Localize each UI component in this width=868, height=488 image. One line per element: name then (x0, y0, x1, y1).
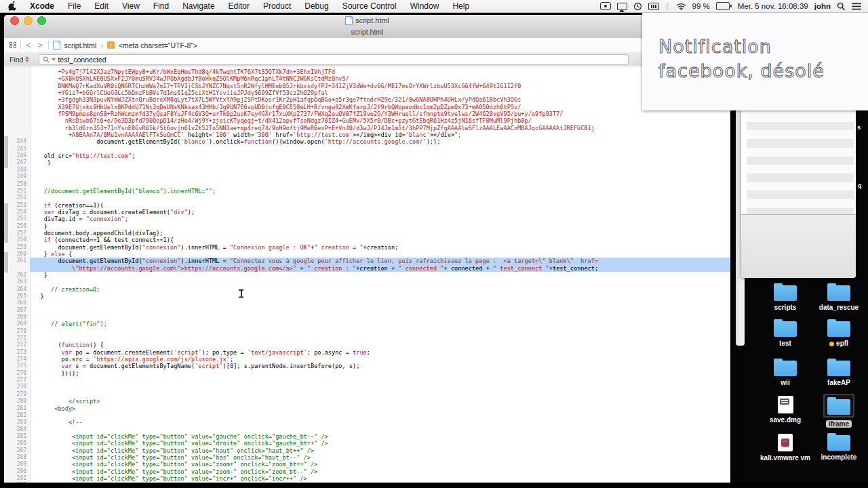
line-number-264: 264 (4, 286, 30, 293)
find-mode-popup[interactable]: Find (9, 56, 29, 64)
screen-recording-icon[interactable] (600, 2, 611, 10)
code-line-282 (30, 412, 730, 419)
wifi-icon[interactable] (676, 3, 686, 10)
desktop-icon-incomplete[interactable]: incomplete (812, 432, 865, 461)
code-token: 'text/javascript' (248, 349, 307, 356)
desktop-icon-test[interactable]: test (759, 319, 812, 347)
code-token: 'https://apis.google.com/js/plusone.js' (93, 356, 230, 363)
menu-navigate[interactable]: Navigate (176, 1, 221, 11)
folder-icon (827, 399, 850, 415)
breadcrumb-file[interactable]: script.html (64, 41, 97, 49)
code-line-wrap: +GX8kQSXhLKE0USXxF2JY0muSRVJ4wJPQbXgdbJf… (30, 75, 730, 82)
menu-window[interactable]: Window (403, 1, 446, 11)
code-token: ></img><div id= (353, 131, 406, 138)
window-title-bar[interactable]: script.html (4, 15, 730, 26)
icon-label: wii (781, 379, 789, 386)
app-menus: XcodeFileEditViewFindNavigateEditorProdu… (23, 1, 476, 11)
code-token: ).innerHTML = (181, 258, 230, 264)
battery-charging-icon[interactable]: ⌁ (716, 2, 732, 10)
menu-product[interactable]: Product (256, 1, 298, 11)
code-token: )[ (223, 363, 230, 369)
line-number-290: 290 (4, 468, 30, 475)
line-number-blank (4, 75, 30, 82)
fast-user-switch-menu[interactable]: john (814, 2, 831, 10)
line-number-272: 272 (4, 342, 30, 348)
tab-script-html[interactable]: script.html (351, 28, 384, 36)
line-number-blank (4, 68, 30, 75)
menu-file[interactable]: File (61, 1, 87, 11)
search-options-arrow-icon (52, 58, 56, 61)
line-number-267: 267 (4, 307, 30, 314)
code-line-267 (30, 307, 730, 314)
code-token: +A8EAAn7A/0Mu1vnAAAAAElFTkSuQmCC' (68, 131, 184, 138)
desktop-icon-save-dmg[interactable]: save.dmg (759, 394, 812, 424)
back-chevron-icon[interactable]: < (25, 41, 33, 50)
code-line-253: if (creation==1){ (30, 202, 730, 209)
code-token: <input id="clickMe" type="button" value=… (72, 475, 307, 482)
code-token: nRsDiwb67i6+e/9e3D3pfd790QepD14/zHo4/Wj9… (65, 117, 532, 124)
desktop-icon-epfl[interactable]: epfl (812, 319, 865, 347)
code-token: ); (188, 209, 195, 216)
code-line-wrap: X39E7Ujxkc9HhUelx8KPddU71Nc3qDeUNsKNksax… (30, 104, 730, 110)
code-token: ; (125, 216, 128, 222)
line-number-280: 280 (4, 398, 30, 405)
desktop-icon-wii[interactable]: wii (759, 358, 812, 386)
find-search-field[interactable]: test_connected (39, 54, 629, 65)
folder-icon (827, 435, 850, 451)
code-token: document.body.appendChild(divTag); (44, 230, 163, 237)
code-token: + (296, 265, 307, 272)
desktop-icon-scripts[interactable]: scripts (759, 283, 812, 311)
line-number-252: 252 (4, 195, 30, 201)
code-line-258: if (connected==1 && test_connect==1){ (30, 237, 730, 243)
change-marker (4, 136, 8, 168)
code-token: 'blanc' (406, 131, 430, 138)
menubar-clock[interactable]: Mer. 5 nov. 16:08:39 (738, 2, 808, 10)
line-number-282: 282 (4, 412, 30, 419)
keyboard-battery-icon[interactable] (648, 3, 659, 10)
code-line-276: })(); (30, 370, 730, 377)
line-number-blank (4, 117, 30, 124)
desktop-icon-data-rescue[interactable]: data_rescue (812, 283, 865, 311)
code-token: <body> (54, 405, 75, 412)
code-line-280: </script> (30, 398, 730, 405)
change-marker (4, 203, 8, 243)
line-number-262: 262 (4, 272, 30, 279)
code-token: var (44, 209, 55, 216)
breadcrumb-symbol[interactable]: <meta charset="UTF-8"> (119, 41, 197, 49)
popup-arrows-icon (25, 56, 29, 62)
code-token: document.getElementById( (58, 244, 142, 251)
desktop-icon-fakeap[interactable]: fakeAP (812, 358, 865, 386)
code-token: if (44, 202, 51, 209)
desktop-icon-kali-vmware-vm[interactable]: kali.vmware vm (759, 432, 812, 462)
menu-editor[interactable]: Editor (222, 1, 256, 11)
forward-chevron-icon[interactable]: > (37, 41, 44, 50)
menu-help[interactable]: Help (446, 1, 476, 11)
code-line-270 (30, 328, 730, 335)
related-items-icon[interactable] (9, 42, 16, 49)
icon-label: epfl (829, 340, 848, 347)
line-number-269: 269 (4, 321, 30, 327)
notification-center-icon[interactable] (852, 3, 861, 10)
code-line-246: old_src="http://test.com"; (30, 152, 730, 159)
apple-menu-icon[interactable] (0, 1, 23, 11)
airplay-display-icon[interactable] (617, 3, 627, 10)
code-line-251: //document.getElementById("blanco").inne… (30, 188, 730, 195)
menu-debug[interactable]: Debug (298, 1, 335, 11)
spotlight-search-icon[interactable] (837, 2, 846, 11)
caption-line-1: Notification (658, 35, 868, 59)
time-machine-icon[interactable] (633, 2, 642, 11)
code-line-291: <input id="clickMe" type="button" value=… (30, 475, 730, 482)
code-token: +3fgdgh33N3puvNYmWJZXtnQruBdreXM8qLyt7tX… (58, 96, 521, 103)
desktop-icon-iframe[interactable]: iframe (812, 394, 865, 428)
menu-find[interactable]: Find (146, 1, 176, 11)
code-token: href= (272, 131, 293, 138)
menu-view[interactable]: View (115, 1, 146, 11)
battery-percent-label: 99 % (692, 2, 710, 10)
bluetooth-icon[interactable]: ᛒ (665, 2, 670, 10)
menu-edit[interactable]: Edit (87, 1, 115, 11)
screen: { "menubar": { "menus": ["Xcode","File",… (0, 0, 868, 488)
code-editor[interactable]: 2442452462472482492502512522532542552562… (4, 66, 730, 483)
code-line-252 (30, 195, 730, 201)
menu-xcode[interactable]: Xcode (23, 1, 61, 11)
menu-source-control[interactable]: Source Control (336, 1, 403, 11)
